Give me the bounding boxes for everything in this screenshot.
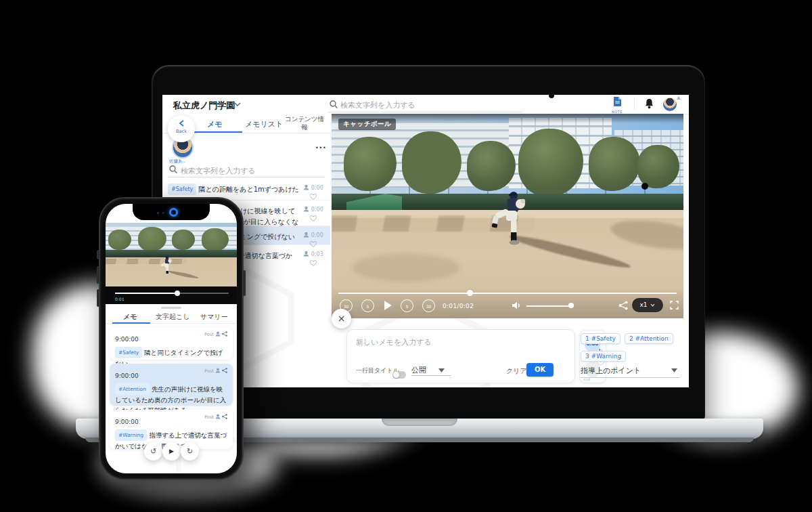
chevron-down-icon	[671, 368, 677, 372]
phone-screen-ui: 0:01 メモ 文字起こし サマリー 9:00:00 Post #Safety …	[106, 204, 237, 473]
clear-button[interactable]: クリア	[506, 366, 527, 376]
close-button[interactable]: ×	[332, 309, 351, 328]
post-label: Post	[204, 332, 214, 337]
note-meta: Post	[204, 331, 227, 337]
search-icon	[330, 100, 338, 108]
phone-video[interactable]	[106, 223, 237, 286]
heart-icon[interactable]	[310, 194, 317, 200]
phone-volume-up	[97, 266, 99, 284]
phone-power-button	[243, 270, 246, 296]
school-name: 私立虎ノ門学園	[173, 100, 235, 112]
note-tag: #Safety	[115, 347, 142, 358]
tab-content-info[interactable]: コンテンツ情報	[283, 115, 326, 131]
phone-progress-played	[115, 293, 177, 294]
phone-video-controls: 0:01	[106, 286, 237, 304]
sheet-drag-handle[interactable]	[161, 307, 181, 309]
phone-note[interactable]: 9:00:00 Post #Safety 隣と同じタイミングで投げない	[110, 327, 233, 360]
skip-fwd-5-button[interactable]: 5	[401, 299, 413, 312]
phone-play-button[interactable]: ▶	[162, 442, 181, 461]
baseball-player	[160, 255, 175, 276]
share-icon[interactable]	[618, 301, 628, 310]
share-icon[interactable]	[222, 414, 227, 419]
note-meta: Post	[204, 368, 227, 374]
video-progress-bar[interactable]	[338, 293, 677, 294]
phone-mute-switch	[97, 250, 99, 259]
panel-search-input[interactable]: 検索文字列を入力する	[181, 166, 256, 176]
note-doc-icon	[612, 96, 622, 107]
tab-memo[interactable]: メモ	[207, 119, 223, 129]
phone-skip-fwd-button[interactable]: ↻	[181, 442, 199, 461]
notch-sensor-dot	[162, 212, 164, 214]
skip-back-5-button[interactable]: 5	[361, 299, 374, 312]
phone-tab-memo[interactable]: メモ	[123, 312, 137, 322]
header-search-underline	[328, 112, 523, 112]
tree-shadows	[106, 259, 187, 264]
phone-camera	[169, 208, 178, 217]
skip-fwd-30-button[interactable]: 30	[422, 299, 435, 312]
quick-tag-attention[interactable]: 2 #Attention	[625, 333, 673, 344]
laptop-base-notch	[382, 419, 457, 426]
chevron-down-icon	[438, 368, 445, 372]
first-line-title-toggle[interactable]	[392, 367, 406, 380]
post-label: Post	[204, 414, 214, 420]
note-meta: 0:00	[300, 205, 326, 225]
heart-icon[interactable]	[310, 260, 317, 266]
visibility-underline	[411, 375, 451, 376]
tab-memo-list[interactable]: メモリスト	[245, 119, 283, 129]
note-button[interactable]: NOTE	[609, 96, 625, 114]
person-icon	[215, 331, 221, 337]
speed-value: x1	[640, 301, 648, 308]
note-time: 9:00:00	[115, 419, 139, 425]
quick-tag-safety[interactable]: 1 #Safety	[581, 333, 621, 344]
video-player[interactable]: キャッチボール 30 5 5 30 0:01/0:02 x1	[332, 114, 683, 318]
fullscreen-icon[interactable]	[670, 301, 679, 310]
category-underline	[581, 377, 679, 378]
ground-patch	[352, 253, 460, 282]
back-button[interactable]: Back	[168, 115, 195, 142]
phone-skip-back-button[interactable]: ↺	[144, 442, 162, 461]
more-menu-button[interactable]: ...	[315, 141, 327, 150]
note-meta: 0:03	[300, 249, 326, 270]
phone-progress-handle[interactable]	[175, 291, 180, 296]
visibility-select[interactable]: 公開	[411, 365, 445, 375]
bell-icon[interactable]	[644, 98, 654, 110]
ball-dot	[641, 183, 648, 190]
phone-tab-summary[interactable]: サマリー	[200, 312, 228, 322]
volume-slider[interactable]	[526, 305, 574, 307]
post-label: Post	[204, 368, 214, 374]
video-progress-handle[interactable]	[467, 290, 473, 296]
user-avatar[interactable]	[663, 98, 677, 111]
volume-icon[interactable]	[512, 301, 522, 310]
search-icon	[169, 165, 177, 173]
person-icon	[215, 368, 221, 373]
header-search-input[interactable]: 検索文字列を入力する	[340, 100, 415, 110]
scroll-up-arrow[interactable]	[677, 96, 681, 100]
chevron-left-icon	[179, 120, 185, 127]
notch-sensor-dot	[157, 212, 159, 214]
phone-tab-transcript[interactable]: 文字起こし	[156, 312, 189, 322]
visibility-value: 公開	[411, 366, 426, 375]
category-select[interactable]: 指導上のポイント	[581, 366, 641, 376]
phone-mockup: 0:01 メモ 文字起こし サマリー 9:00:00 Post #Safety …	[99, 197, 244, 480]
heart-icon[interactable]	[310, 215, 317, 221]
note-time: 0:00	[311, 185, 323, 191]
volume-handle[interactable]	[568, 303, 574, 308]
play-button[interactable]	[384, 301, 392, 310]
share-icon[interactable]	[222, 331, 227, 337]
quick-tag-warning[interactable]: 3 #Warning	[581, 351, 626, 362]
note-time: 9:00:00	[115, 372, 139, 379]
playback-speed-button[interactable]: x1	[632, 298, 663, 312]
person-icon	[303, 206, 309, 212]
person-icon	[303, 232, 309, 238]
chevron-down-icon	[650, 303, 655, 307]
note-time: 0:03	[311, 251, 323, 257]
share-icon[interactable]	[222, 368, 227, 373]
new-memo-input[interactable]: 新しいメモを入力する	[356, 337, 432, 347]
note-tag: #Warning	[115, 429, 147, 441]
phone-active-tab-underline	[112, 322, 150, 324]
phone-note-selected[interactable]: 9:00:00 Post #Attention 先生の声掛けに視線を映しているた…	[110, 364, 233, 406]
chevron-down-icon[interactable]	[234, 102, 241, 107]
ok-button[interactable]: OK	[526, 363, 554, 377]
video-title: キャッチボール	[338, 119, 396, 130]
video-time: 0:01/0:02	[443, 303, 474, 310]
